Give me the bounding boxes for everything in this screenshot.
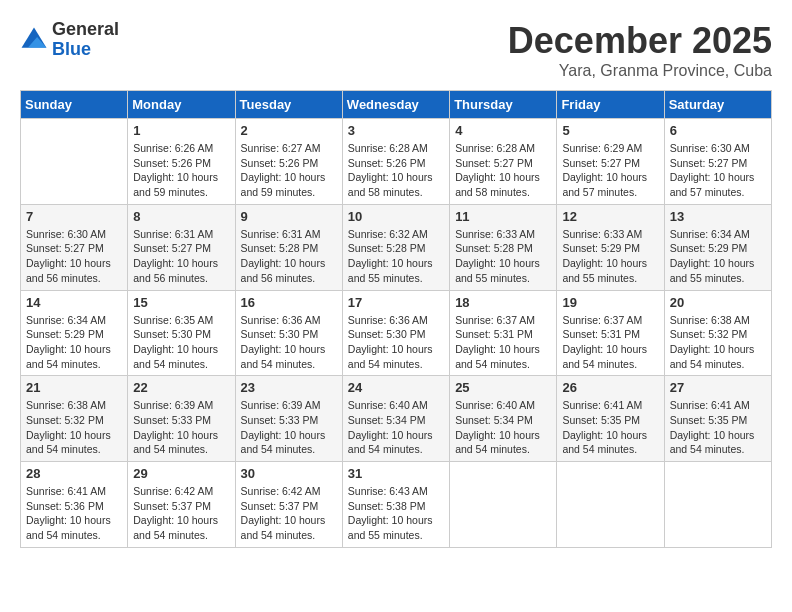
cell-info: Sunrise: 6:42 AMSunset: 5:37 PMDaylight:… [133, 484, 229, 543]
calendar-cell: 7Sunrise: 6:30 AMSunset: 5:27 PMDaylight… [21, 204, 128, 290]
cell-info: Sunrise: 6:41 AMSunset: 5:35 PMDaylight:… [562, 398, 658, 457]
calendar-week-row: 21Sunrise: 6:38 AMSunset: 5:32 PMDayligh… [21, 376, 772, 462]
cell-date: 12 [562, 209, 658, 224]
cell-info: Sunrise: 6:27 AMSunset: 5:26 PMDaylight:… [241, 141, 337, 200]
day-header-thursday: Thursday [450, 91, 557, 119]
cell-info: Sunrise: 6:28 AMSunset: 5:27 PMDaylight:… [455, 141, 551, 200]
calendar-cell: 5Sunrise: 6:29 AMSunset: 5:27 PMDaylight… [557, 119, 664, 205]
cell-info: Sunrise: 6:29 AMSunset: 5:27 PMDaylight:… [562, 141, 658, 200]
day-header-tuesday: Tuesday [235, 91, 342, 119]
cell-info: Sunrise: 6:42 AMSunset: 5:37 PMDaylight:… [241, 484, 337, 543]
calendar-cell: 30Sunrise: 6:42 AMSunset: 5:37 PMDayligh… [235, 462, 342, 548]
logo-line2: Blue [52, 40, 119, 60]
cell-info: Sunrise: 6:30 AMSunset: 5:27 PMDaylight:… [670, 141, 766, 200]
cell-date: 13 [670, 209, 766, 224]
calendar-cell: 6Sunrise: 6:30 AMSunset: 5:27 PMDaylight… [664, 119, 771, 205]
page-header: General Blue December 2025 Yara, Granma … [20, 20, 772, 80]
cell-date: 24 [348, 380, 444, 395]
calendar-cell: 10Sunrise: 6:32 AMSunset: 5:28 PMDayligh… [342, 204, 449, 290]
cell-info: Sunrise: 6:40 AMSunset: 5:34 PMDaylight:… [455, 398, 551, 457]
cell-info: Sunrise: 6:41 AMSunset: 5:35 PMDaylight:… [670, 398, 766, 457]
calendar-cell: 14Sunrise: 6:34 AMSunset: 5:29 PMDayligh… [21, 290, 128, 376]
cell-date: 11 [455, 209, 551, 224]
cell-date: 26 [562, 380, 658, 395]
calendar-cell: 25Sunrise: 6:40 AMSunset: 5:34 PMDayligh… [450, 376, 557, 462]
cell-info: Sunrise: 6:33 AMSunset: 5:29 PMDaylight:… [562, 227, 658, 286]
logo-line1: General [52, 20, 119, 40]
calendar-cell: 2Sunrise: 6:27 AMSunset: 5:26 PMDaylight… [235, 119, 342, 205]
cell-info: Sunrise: 6:28 AMSunset: 5:26 PMDaylight:… [348, 141, 444, 200]
calendar-cell: 17Sunrise: 6:36 AMSunset: 5:30 PMDayligh… [342, 290, 449, 376]
cell-info: Sunrise: 6:34 AMSunset: 5:29 PMDaylight:… [670, 227, 766, 286]
calendar-cell: 18Sunrise: 6:37 AMSunset: 5:31 PMDayligh… [450, 290, 557, 376]
cell-date: 14 [26, 295, 122, 310]
calendar-cell: 24Sunrise: 6:40 AMSunset: 5:34 PMDayligh… [342, 376, 449, 462]
logo-icon [20, 26, 48, 54]
cell-info: Sunrise: 6:38 AMSunset: 5:32 PMDaylight:… [26, 398, 122, 457]
day-header-monday: Monday [128, 91, 235, 119]
calendar-week-row: 7Sunrise: 6:30 AMSunset: 5:27 PMDaylight… [21, 204, 772, 290]
cell-date: 18 [455, 295, 551, 310]
cell-date: 23 [241, 380, 337, 395]
calendar-cell: 19Sunrise: 6:37 AMSunset: 5:31 PMDayligh… [557, 290, 664, 376]
calendar-week-row: 28Sunrise: 6:41 AMSunset: 5:36 PMDayligh… [21, 462, 772, 548]
cell-info: Sunrise: 6:32 AMSunset: 5:28 PMDaylight:… [348, 227, 444, 286]
cell-info: Sunrise: 6:30 AMSunset: 5:27 PMDaylight:… [26, 227, 122, 286]
day-header-sunday: Sunday [21, 91, 128, 119]
cell-date: 5 [562, 123, 658, 138]
cell-date: 16 [241, 295, 337, 310]
cell-date: 6 [670, 123, 766, 138]
cell-date: 4 [455, 123, 551, 138]
cell-date: 10 [348, 209, 444, 224]
cell-info: Sunrise: 6:38 AMSunset: 5:32 PMDaylight:… [670, 313, 766, 372]
cell-date: 15 [133, 295, 229, 310]
calendar-cell [450, 462, 557, 548]
calendar-cell: 21Sunrise: 6:38 AMSunset: 5:32 PMDayligh… [21, 376, 128, 462]
month-title: December 2025 [508, 20, 772, 62]
cell-date: 3 [348, 123, 444, 138]
cell-info: Sunrise: 6:26 AMSunset: 5:26 PMDaylight:… [133, 141, 229, 200]
logo: General Blue [20, 20, 119, 60]
cell-info: Sunrise: 6:33 AMSunset: 5:28 PMDaylight:… [455, 227, 551, 286]
cell-info: Sunrise: 6:31 AMSunset: 5:27 PMDaylight:… [133, 227, 229, 286]
cell-date: 30 [241, 466, 337, 481]
logo-text: General Blue [52, 20, 119, 60]
cell-info: Sunrise: 6:39 AMSunset: 5:33 PMDaylight:… [133, 398, 229, 457]
calendar-cell [664, 462, 771, 548]
calendar-cell: 16Sunrise: 6:36 AMSunset: 5:30 PMDayligh… [235, 290, 342, 376]
cell-date: 7 [26, 209, 122, 224]
calendar-week-row: 14Sunrise: 6:34 AMSunset: 5:29 PMDayligh… [21, 290, 772, 376]
cell-info: Sunrise: 6:36 AMSunset: 5:30 PMDaylight:… [348, 313, 444, 372]
cell-date: 19 [562, 295, 658, 310]
cell-info: Sunrise: 6:31 AMSunset: 5:28 PMDaylight:… [241, 227, 337, 286]
cell-info: Sunrise: 6:35 AMSunset: 5:30 PMDaylight:… [133, 313, 229, 372]
calendar-cell [557, 462, 664, 548]
cell-info: Sunrise: 6:43 AMSunset: 5:38 PMDaylight:… [348, 484, 444, 543]
cell-date: 22 [133, 380, 229, 395]
location-title: Yara, Granma Province, Cuba [508, 62, 772, 80]
calendar-cell: 28Sunrise: 6:41 AMSunset: 5:36 PMDayligh… [21, 462, 128, 548]
calendar-table: SundayMondayTuesdayWednesdayThursdayFrid… [20, 90, 772, 548]
calendar-cell: 11Sunrise: 6:33 AMSunset: 5:28 PMDayligh… [450, 204, 557, 290]
calendar-cell: 8Sunrise: 6:31 AMSunset: 5:27 PMDaylight… [128, 204, 235, 290]
calendar-cell: 20Sunrise: 6:38 AMSunset: 5:32 PMDayligh… [664, 290, 771, 376]
calendar-cell: 23Sunrise: 6:39 AMSunset: 5:33 PMDayligh… [235, 376, 342, 462]
cell-date: 8 [133, 209, 229, 224]
cell-info: Sunrise: 6:40 AMSunset: 5:34 PMDaylight:… [348, 398, 444, 457]
cell-date: 9 [241, 209, 337, 224]
calendar-cell: 26Sunrise: 6:41 AMSunset: 5:35 PMDayligh… [557, 376, 664, 462]
cell-date: 20 [670, 295, 766, 310]
calendar-cell: 31Sunrise: 6:43 AMSunset: 5:38 PMDayligh… [342, 462, 449, 548]
cell-date: 25 [455, 380, 551, 395]
calendar-cell: 12Sunrise: 6:33 AMSunset: 5:29 PMDayligh… [557, 204, 664, 290]
calendar-cell: 1Sunrise: 6:26 AMSunset: 5:26 PMDaylight… [128, 119, 235, 205]
cell-date: 31 [348, 466, 444, 481]
cell-info: Sunrise: 6:36 AMSunset: 5:30 PMDaylight:… [241, 313, 337, 372]
cell-date: 1 [133, 123, 229, 138]
calendar-cell: 15Sunrise: 6:35 AMSunset: 5:30 PMDayligh… [128, 290, 235, 376]
title-area: December 2025 Yara, Granma Province, Cub… [508, 20, 772, 80]
cell-info: Sunrise: 6:34 AMSunset: 5:29 PMDaylight:… [26, 313, 122, 372]
calendar-cell: 27Sunrise: 6:41 AMSunset: 5:35 PMDayligh… [664, 376, 771, 462]
cell-date: 27 [670, 380, 766, 395]
cell-date: 17 [348, 295, 444, 310]
